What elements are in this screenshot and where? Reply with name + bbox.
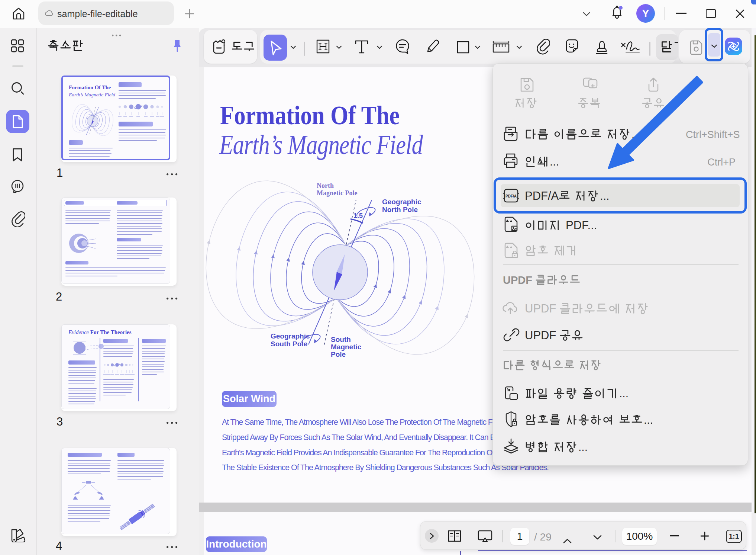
svg-text:PDF/A: PDF/A (505, 194, 517, 198)
